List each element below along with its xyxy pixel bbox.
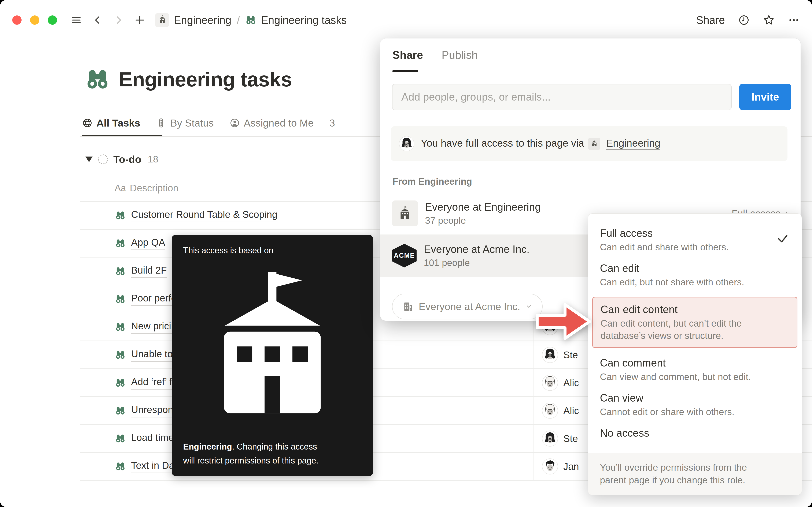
task-title[interactable]: App QA — [131, 237, 165, 250]
permission-option[interactable]: No access — [588, 422, 802, 444]
binoculars-icon — [115, 266, 125, 277]
avatar — [542, 375, 558, 391]
more-options-icon[interactable] — [788, 14, 800, 26]
share-dialog-tabs: Share Publish — [393, 49, 478, 61]
close-window-button[interactable] — [12, 15, 21, 25]
breadcrumb-parent[interactable]: Engineering — [174, 14, 231, 26]
dropdown-footer-note: You’ll override permissions from the par… — [588, 453, 802, 495]
sidebar-menu-icon[interactable] — [70, 14, 82, 26]
permission-option[interactable]: Full access Can edit and share with othe… — [588, 222, 802, 258]
permission-dropdown: Full access Can edit and share with othe… — [588, 213, 802, 495]
permission-option[interactable]: Can edit content Can edit content, but c… — [592, 297, 798, 348]
binoculars-icon — [115, 433, 125, 444]
binoculars-icon — [115, 238, 125, 249]
collapse-triangle-icon[interactable] — [86, 157, 93, 162]
app-window: Engineering / Engineering tasks Share En… — [0, 0, 812, 507]
school-building-icon — [590, 139, 598, 148]
column-header-description[interactable]: Aa Description — [115, 180, 179, 195]
school-building-icon-slot — [397, 205, 413, 222]
avatar — [542, 458, 558, 475]
binoculars-icon — [115, 238, 125, 249]
engineering-group-icon — [392, 201, 418, 226]
dialog-divider — [380, 72, 801, 72]
assignee-name: Alic — [563, 405, 579, 416]
binoculars-icon — [115, 322, 125, 332]
tab-label: 3 — [329, 117, 335, 129]
acme-scope-selector[interactable]: Everyone at Acme Inc. — [392, 294, 543, 320]
binoculars-icon — [115, 405, 125, 416]
school-building-icon — [183, 428, 362, 437]
group-name: Everyone at Engineering — [425, 201, 541, 213]
forward-icon[interactable] — [113, 14, 124, 26]
engineering-link[interactable]: Engineering — [606, 137, 660, 149]
tooltip-line2-rest: . Changing this access — [232, 442, 317, 451]
permission-option-desc: Can edit, but not share with others. — [600, 276, 784, 288]
column-label: Description — [130, 182, 179, 194]
invite-button[interactable]: Invite — [739, 83, 791, 110]
tab-more-views[interactable]: 3 — [329, 117, 335, 129]
permission-option-title: Can comment — [600, 356, 790, 370]
permission-option[interactable]: Can comment Can view and comment, but no… — [588, 352, 802, 387]
todo-status-circle-icon — [98, 155, 108, 164]
minimize-window-button[interactable] — [30, 15, 39, 25]
binoculars-icon — [85, 67, 110, 92]
updates-clock-icon[interactable] — [738, 14, 750, 26]
school-building-icon — [397, 205, 413, 221]
page-icon-binoculars[interactable] — [85, 67, 110, 92]
binoculars-icon — [115, 294, 125, 304]
permission-option-title: Can view — [600, 391, 790, 404]
avatar-woman-dark — [542, 347, 558, 363]
tab-assigned-to-me[interactable]: Assigned to Me — [230, 117, 314, 129]
breadcrumb-parent-icon[interactable] — [155, 13, 169, 27]
breadcrumb-current[interactable]: Engineering tasks — [261, 14, 347, 26]
assignee-name: Ste — [563, 433, 578, 444]
zoom-window-button[interactable] — [48, 15, 57, 25]
permission-option-title: No access — [600, 427, 790, 440]
binoculars-icon — [115, 210, 125, 221]
topbar-actions: Share — [696, 14, 800, 26]
back-icon[interactable] — [92, 14, 103, 26]
tab-by-status[interactable]: By Status — [156, 117, 214, 129]
current-user-avatar — [399, 136, 414, 152]
task-title[interactable]: Build 2F — [131, 265, 167, 278]
binoculars-icon — [115, 350, 125, 360]
permission-option[interactable]: Can view Cannot edit or share with other… — [588, 387, 802, 422]
text-property-icon: Aa — [115, 183, 126, 193]
permission-option-title: Full access — [600, 227, 790, 240]
assignee-name: Ste — [563, 349, 578, 360]
binoculars-icon — [115, 461, 125, 472]
binoculars-icon — [115, 378, 125, 388]
engineering-badge — [588, 138, 600, 150]
tab-label: Assigned to Me — [244, 117, 314, 129]
favorite-star-icon[interactable] — [763, 14, 775, 26]
tab-share[interactable]: Share — [393, 49, 423, 61]
permission-option[interactable]: Can edit Can edit, but not share with ot… — [588, 258, 802, 293]
breadcrumb: Engineering / Engineering tasks — [155, 13, 347, 27]
new-page-icon[interactable] — [134, 14, 146, 26]
group-name: Everyone at Acme Inc. — [424, 243, 529, 256]
share-button[interactable]: Share — [696, 14, 725, 26]
tab-label: By Status — [170, 117, 214, 129]
page-header: Engineering tasks — [85, 62, 292, 96]
permission-option-title: Can edit content — [601, 303, 789, 316]
acme-logo: ACME — [392, 244, 417, 268]
group-header-todo[interactable]: To-do 18 — [86, 150, 158, 169]
tab-publish[interactable]: Publish — [442, 49, 478, 61]
binoculars-icon — [115, 294, 125, 304]
avatar-woman-light — [542, 375, 558, 391]
add-people-input[interactable] — [392, 83, 732, 110]
tooltip-line1: This access is based on — [183, 243, 362, 257]
permission-option-title: Can edit — [600, 262, 790, 275]
access-tooltip: This access is based on Engineering. Cha… — [172, 235, 373, 476]
from-engineering-label: From Engineering — [393, 176, 472, 187]
invite-row: Invite — [392, 83, 791, 110]
tab-all-tasks[interactable]: All Tasks — [82, 117, 140, 129]
permission-option-desc: Cannot edit or share with others. — [600, 406, 784, 418]
task-title[interactable]: Customer Round Table & Scoping — [131, 209, 277, 222]
footer-note-text: You’ll override permissions from the par… — [600, 461, 773, 487]
banner-text: You have full access to this page via En… — [421, 137, 660, 150]
binoculars-icon — [115, 266, 125, 277]
window-controls — [12, 15, 57, 25]
school-building-icon — [158, 14, 167, 24]
group-count: 18 — [148, 154, 158, 165]
